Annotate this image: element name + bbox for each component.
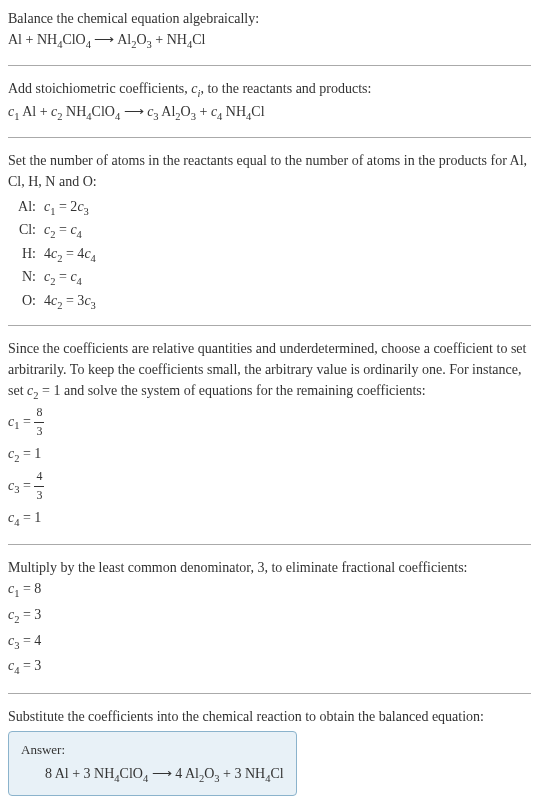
section-title: Balance the chemical equation algebraica…: [8, 8, 531, 29]
text: NH: [222, 104, 246, 119]
text: = 1: [19, 446, 41, 461]
coefficient-value: c4 = 3: [8, 655, 531, 679]
text: 4 Al: [175, 766, 199, 781]
table-row: N: c2 = c4: [8, 266, 531, 290]
text: Al + NH: [8, 32, 57, 47]
section-title: Set the number of atoms in the reactants…: [8, 150, 531, 192]
section-multiply-lcd: Multiply by the least common denominator…: [8, 557, 531, 693]
subscript: 4: [91, 253, 96, 264]
table-row: O: 4c2 = 3c3: [8, 290, 531, 314]
text: Cl: [251, 104, 264, 119]
coefficient-value: c4 = 1: [8, 507, 531, 531]
text: = 3: [19, 658, 41, 673]
equation: c1 = 2c3: [44, 196, 89, 220]
text: , to the reactants and products:: [200, 81, 371, 96]
arrow: ⟶: [91, 32, 117, 47]
section-solve: Since the coefficients are relative quan…: [8, 338, 531, 545]
element-label: H:: [8, 243, 44, 264]
answer-box: Answer: 8 Al + 3 NH4ClO4 ⟶ 4 Al2O3 + 3 N…: [8, 731, 297, 796]
text: O: [181, 104, 191, 119]
text: =: [19, 414, 34, 429]
text: Al: [159, 104, 176, 119]
section-title: Substitute the coefficients into the che…: [8, 706, 531, 727]
section-text: Since the coefficients are relative quan…: [8, 338, 531, 404]
arrow: ⟶: [148, 766, 175, 781]
text: = 1 and solve the system of equations fo…: [39, 383, 426, 398]
text: = 1: [19, 510, 41, 525]
answer-label: Answer:: [21, 740, 284, 760]
subscript: 3: [84, 205, 89, 216]
numerator: 8: [34, 404, 44, 423]
subscript: 4: [77, 276, 82, 287]
text: = 3: [62, 293, 84, 308]
text: =: [19, 478, 34, 493]
text: = 4: [62, 246, 84, 261]
coefficient-value: c2 = 1: [8, 443, 531, 467]
element-label: Cl:: [8, 219, 44, 240]
text: = 3: [19, 607, 41, 622]
text: ClO: [92, 104, 115, 119]
table-row: Al: c1 = 2c3: [8, 196, 531, 220]
coefficient-value: c2 = 3: [8, 604, 531, 628]
text: Al: [117, 32, 131, 47]
table-row: H: 4c2 = 4c4: [8, 243, 531, 267]
equation: 4c2 = 4c4: [44, 243, 96, 267]
coefficient-equation: c1 Al + c2 NH4ClO4 ⟶ c3 Al2O3 + c4 NH4Cl: [8, 101, 531, 125]
coefficient-value: c1 = 8: [8, 578, 531, 602]
subscript: 4: [77, 229, 82, 240]
fraction: 43: [34, 468, 44, 505]
equation: c2 = c4: [44, 219, 82, 243]
section-balance-prompt: Balance the chemical equation algebraica…: [8, 8, 531, 66]
subscript: 3: [91, 300, 96, 311]
element-label: N:: [8, 266, 44, 287]
denominator: 3: [34, 423, 44, 441]
text: =: [55, 222, 70, 237]
text: = 8: [19, 581, 41, 596]
text: ClO: [62, 32, 85, 47]
text: Add stoichiometric coefficients,: [8, 81, 191, 96]
section-text: Add stoichiometric coefficients, ci, to …: [8, 78, 531, 102]
text: +: [196, 104, 211, 119]
coefficient-value: c3 = 43: [8, 468, 531, 505]
equation: 4c2 = 3c3: [44, 290, 96, 314]
text: 8 Al + 3 NH: [45, 766, 114, 781]
section-title: Multiply by the least common denominator…: [8, 557, 531, 578]
text: + 3 NH: [220, 766, 266, 781]
text: = 2: [55, 199, 77, 214]
atom-balance-table: Al: c1 = 2c3 Cl: c2 = c4 H: 4c2 = 4c4 N:…: [8, 196, 531, 314]
fraction: 83: [34, 404, 44, 441]
numerator: 4: [34, 468, 44, 487]
text: O: [136, 32, 146, 47]
text: Cl: [270, 766, 283, 781]
arrow: ⟶: [120, 104, 147, 119]
element-label: O:: [8, 290, 44, 311]
balanced-equation: 8 Al + 3 NH4ClO4 ⟶ 4 Al2O3 + 3 NH4Cl: [21, 763, 284, 787]
unbalanced-equation: Al + NH4ClO4 ⟶ Al2O3 + NH4Cl: [8, 29, 531, 53]
denominator: 3: [34, 487, 44, 505]
text: = 4: [19, 633, 41, 648]
text: 4: [44, 293, 51, 308]
section-substitute: Substitute the coefficients into the che…: [8, 706, 531, 796]
text: + NH: [152, 32, 187, 47]
text: Al +: [19, 104, 51, 119]
text: =: [55, 269, 70, 284]
equation: c2 = c4: [44, 266, 82, 290]
section-add-coefficients: Add stoichiometric coefficients, ci, to …: [8, 78, 531, 138]
text: O: [204, 766, 214, 781]
coefficient-value: c3 = 4: [8, 630, 531, 654]
text: ClO: [120, 766, 143, 781]
table-row: Cl: c2 = c4: [8, 219, 531, 243]
element-label: Al:: [8, 196, 44, 217]
text: Cl: [192, 32, 205, 47]
text: NH: [63, 104, 87, 119]
coefficient-value: c1 = 83: [8, 404, 531, 441]
section-atom-balance: Set the number of atoms in the reactants…: [8, 150, 531, 327]
text: 4: [44, 246, 51, 261]
